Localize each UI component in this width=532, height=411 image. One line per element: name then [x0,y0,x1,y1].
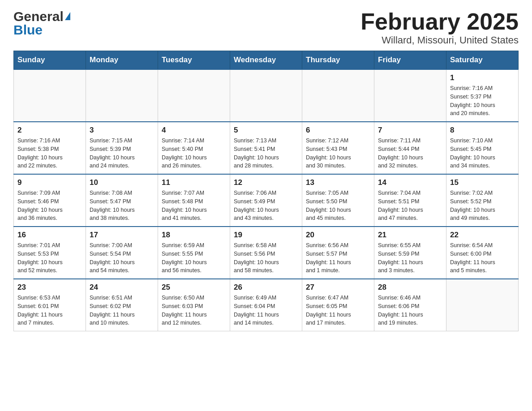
day-number: 15 [450,178,515,187]
day-number: 10 [90,178,154,187]
calendar-cell [230,69,302,122]
calendar-cell: 12Sunrise: 7:06 AMSunset: 5:49 PMDayligh… [230,174,302,227]
calendar-week-row: 9Sunrise: 7:09 AMSunset: 5:46 PMDaylight… [14,174,519,227]
day-info: Sunrise: 7:06 AMSunset: 5:49 PMDaylight:… [234,189,298,223]
day-number: 13 [306,178,370,187]
calendar-cell: 18Sunrise: 6:59 AMSunset: 5:55 PMDayligh… [158,227,230,279]
calendar-cell: 9Sunrise: 7:09 AMSunset: 5:46 PMDaylight… [14,174,86,227]
calendar-cell [374,69,446,122]
logo-triangle-icon [65,12,70,20]
day-number: 8 [450,126,515,135]
day-number: 4 [162,126,226,135]
day-number: 2 [17,126,82,135]
calendar-cell: 17Sunrise: 7:00 AMSunset: 5:54 PMDayligh… [86,227,158,279]
calendar-cell: 19Sunrise: 6:58 AMSunset: 5:56 PMDayligh… [230,227,302,279]
day-info: Sunrise: 7:11 AMSunset: 5:44 PMDaylight:… [378,137,442,170]
day-info: Sunrise: 7:12 AMSunset: 5:43 PMDaylight:… [306,137,370,170]
calendar-cell: 1Sunrise: 7:16 AMSunset: 5:37 PMDaylight… [446,69,519,122]
day-info: Sunrise: 7:13 AMSunset: 5:41 PMDaylight:… [234,137,298,170]
day-number: 17 [90,231,154,240]
header-sunday: Sunday [14,51,86,70]
calendar-cell: 15Sunrise: 7:02 AMSunset: 5:52 PMDayligh… [446,174,519,227]
calendar-cell: 5Sunrise: 7:13 AMSunset: 5:41 PMDaylight… [230,122,302,174]
day-info: Sunrise: 6:55 AMSunset: 5:59 PMDaylight:… [378,241,442,275]
day-info: Sunrise: 6:58 AMSunset: 5:56 PMDaylight:… [234,241,298,275]
calendar-cell: 27Sunrise: 6:47 AMSunset: 6:05 PMDayligh… [302,279,374,331]
logo-blue-text: Blue [13,22,43,38]
day-number: 19 [234,231,298,240]
day-number: 14 [378,178,442,187]
header-saturday: Saturday [446,51,519,70]
day-info: Sunrise: 7:14 AMSunset: 5:40 PMDaylight:… [162,137,226,170]
location-text: Willard, Missouri, United States [360,34,519,46]
header-wednesday: Wednesday [230,51,302,70]
day-number: 20 [306,231,370,240]
calendar-header-row: Sunday Monday Tuesday Wednesday Thursday… [14,51,519,70]
day-number: 6 [306,126,370,135]
day-info: Sunrise: 7:07 AMSunset: 5:48 PMDaylight:… [162,189,226,223]
day-info: Sunrise: 7:09 AMSunset: 5:46 PMDaylight:… [17,189,82,223]
day-number: 21 [378,231,442,240]
calendar-cell [158,69,230,122]
day-info: Sunrise: 6:56 AMSunset: 5:57 PMDaylight:… [306,241,370,275]
day-info: Sunrise: 7:10 AMSunset: 5:45 PMDaylight:… [450,137,515,170]
day-info: Sunrise: 6:54 AMSunset: 6:00 PMDaylight:… [450,241,515,275]
day-info: Sunrise: 6:46 AMSunset: 6:06 PMDaylight:… [378,294,442,327]
calendar-cell: 6Sunrise: 7:12 AMSunset: 5:43 PMDaylight… [302,122,374,174]
calendar-table: Sunday Monday Tuesday Wednesday Thursday… [13,51,519,331]
day-number: 23 [17,283,82,292]
logo: General Blue [13,9,70,38]
calendar-cell: 10Sunrise: 7:08 AMSunset: 5:47 PMDayligh… [86,174,158,227]
header-friday: Friday [374,51,446,70]
calendar-week-row: 16Sunrise: 7:01 AMSunset: 5:53 PMDayligh… [14,227,519,279]
calendar-cell [14,69,86,122]
day-info: Sunrise: 6:49 AMSunset: 6:04 PMDaylight:… [234,294,298,327]
day-number: 22 [450,231,515,240]
day-info: Sunrise: 7:05 AMSunset: 5:50 PMDaylight:… [306,189,370,223]
day-info: Sunrise: 6:50 AMSunset: 6:03 PMDaylight:… [162,294,226,327]
day-info: Sunrise: 7:00 AMSunset: 5:54 PMDaylight:… [90,241,154,275]
calendar-cell: 24Sunrise: 6:51 AMSunset: 6:02 PMDayligh… [86,279,158,331]
day-number: 1 [450,73,515,82]
day-number: 26 [234,283,298,292]
calendar-cell [302,69,374,122]
day-info: Sunrise: 7:04 AMSunset: 5:51 PMDaylight:… [378,189,442,223]
day-info: Sunrise: 6:59 AMSunset: 5:55 PMDaylight:… [162,241,226,275]
calendar-cell: 21Sunrise: 6:55 AMSunset: 5:59 PMDayligh… [374,227,446,279]
day-number: 9 [17,178,82,187]
day-number: 28 [378,283,442,292]
calendar-cell: 2Sunrise: 7:16 AMSunset: 5:38 PMDaylight… [14,122,86,174]
title-section: February 2025 Willard, Missouri, United … [360,9,519,46]
calendar-cell: 26Sunrise: 6:49 AMSunset: 6:04 PMDayligh… [230,279,302,331]
day-number: 3 [90,126,154,135]
calendar-cell: 8Sunrise: 7:10 AMSunset: 5:45 PMDaylight… [446,122,519,174]
day-number: 24 [90,283,154,292]
day-info: Sunrise: 7:01 AMSunset: 5:53 PMDaylight:… [17,241,82,275]
calendar-cell [86,69,158,122]
calendar-cell: 14Sunrise: 7:04 AMSunset: 5:51 PMDayligh… [374,174,446,227]
day-number: 16 [17,231,82,240]
day-info: Sunrise: 7:16 AMSunset: 5:37 PMDaylight:… [450,84,515,118]
calendar-cell: 25Sunrise: 6:50 AMSunset: 6:03 PMDayligh… [158,279,230,331]
calendar-cell: 22Sunrise: 6:54 AMSunset: 6:00 PMDayligh… [446,227,519,279]
calendar-cell [446,279,519,331]
day-number: 12 [234,178,298,187]
calendar-cell: 7Sunrise: 7:11 AMSunset: 5:44 PMDaylight… [374,122,446,174]
calendar-week-row: 2Sunrise: 7:16 AMSunset: 5:38 PMDaylight… [14,122,519,174]
calendar-cell: 4Sunrise: 7:14 AMSunset: 5:40 PMDaylight… [158,122,230,174]
day-info: Sunrise: 6:51 AMSunset: 6:02 PMDaylight:… [90,294,154,327]
calendar-cell: 13Sunrise: 7:05 AMSunset: 5:50 PMDayligh… [302,174,374,227]
day-info: Sunrise: 7:15 AMSunset: 5:39 PMDaylight:… [90,137,154,170]
page-header: General Blue February 2025 Willard, Miss… [13,9,519,46]
day-number: 25 [162,283,226,292]
calendar-cell: 23Sunrise: 6:53 AMSunset: 6:01 PMDayligh… [14,279,86,331]
day-info: Sunrise: 7:02 AMSunset: 5:52 PMDaylight:… [450,189,515,223]
month-title: February 2025 [360,9,519,34]
calendar-cell: 11Sunrise: 7:07 AMSunset: 5:48 PMDayligh… [158,174,230,227]
day-info: Sunrise: 6:47 AMSunset: 6:05 PMDaylight:… [306,294,370,327]
calendar-week-row: 23Sunrise: 6:53 AMSunset: 6:01 PMDayligh… [14,279,519,331]
calendar-cell: 16Sunrise: 7:01 AMSunset: 5:53 PMDayligh… [14,227,86,279]
day-number: 7 [378,126,442,135]
header-monday: Monday [86,51,158,70]
day-info: Sunrise: 7:16 AMSunset: 5:38 PMDaylight:… [17,137,82,170]
